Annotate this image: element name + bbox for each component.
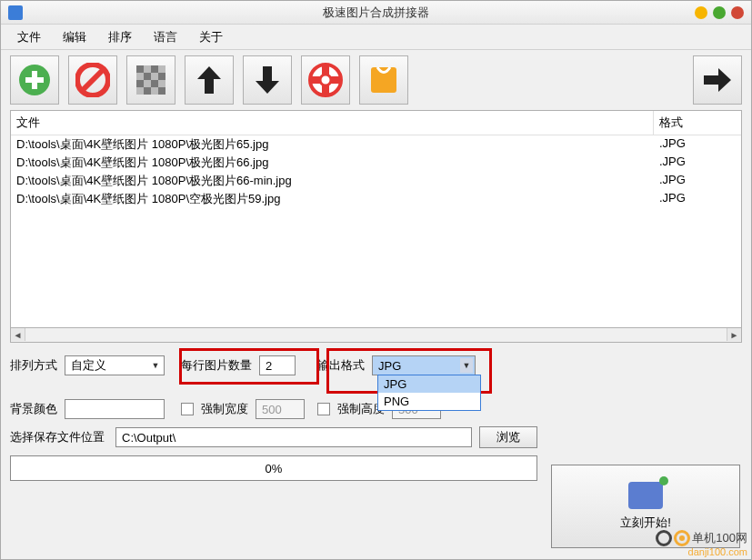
col-file[interactable]: 文件 (11, 111, 654, 135)
titlebar: 极速图片合成拼接器 (1, 1, 751, 25)
file-list[interactable]: 文件 格式 D:\tools\桌面\4K壁纸图片 1080P\极光图片65.jp… (10, 110, 742, 328)
scroll-right-icon[interactable]: ► (727, 328, 741, 341)
window-controls (695, 6, 744, 19)
svg-rect-11 (151, 80, 158, 87)
package-button[interactable] (359, 55, 408, 105)
menu-file[interactable]: 文件 (8, 25, 50, 49)
toolbar (1, 50, 751, 110)
start-button[interactable]: 立刻开始! (551, 465, 740, 548)
cell-path: D:\tools\桌面\4K壁纸图片 1080P\极光图片65.jpg (11, 135, 654, 154)
clear-button[interactable] (68, 55, 117, 105)
svg-rect-10 (136, 80, 144, 87)
option-jpg[interactable]: JPG (378, 375, 480, 393)
table-row[interactable]: D:\tools\桌面\4K壁纸图片 1080P\极光图片66-min.jpg … (11, 172, 741, 190)
move-down-button[interactable] (243, 55, 292, 105)
force-width-label: 强制宽度 (201, 401, 248, 417)
output-location-label: 选择保存文件位置 (10, 429, 105, 445)
output-location-value: C:\Output\ (122, 431, 175, 445)
cell-path: D:\tools\桌面\4K壁纸图片 1080P\极光图片66-min.jpg (11, 172, 654, 190)
menu-edit[interactable]: 编辑 (54, 25, 95, 49)
arrange-value: 自定义 (71, 357, 106, 374)
table-row[interactable]: D:\tools\桌面\4K壁纸图片 1080P\极光图片65.jpg .JPG (11, 135, 741, 154)
menu-about[interactable]: 关于 (190, 25, 232, 49)
chevron-down-icon: ▼ (149, 358, 162, 373)
minimize-button[interactable] (695, 6, 707, 19)
bg-color-picker[interactable] (65, 399, 165, 419)
force-width-checkbox[interactable] (181, 403, 194, 415)
add-button[interactable] (10, 55, 59, 105)
svg-rect-12 (144, 87, 151, 95)
cell-format: .JPG (654, 154, 741, 172)
svg-point-15 (320, 75, 331, 85)
force-width-input[interactable]: 500 (256, 399, 305, 419)
svg-rect-13 (158, 87, 165, 95)
scroll-left-icon[interactable]: ◄ (11, 328, 25, 341)
move-up-button[interactable] (185, 55, 234, 105)
force-height-checkbox[interactable] (317, 403, 330, 415)
highlight-box (179, 348, 319, 385)
browse-label: 浏览 (496, 429, 520, 445)
table-row[interactable]: D:\tools\桌面\4K壁纸图片 1080P\极光图片66.jpg .JPG (11, 154, 741, 172)
browse-button[interactable]: 浏览 (479, 426, 537, 448)
menu-language[interactable]: 语言 (145, 25, 186, 49)
close-button[interactable] (731, 6, 744, 19)
output-location-input[interactable]: C:\Output\ (115, 427, 472, 447)
cell-format: .JPG (654, 190, 741, 208)
output-format-dropdown[interactable]: JPG PNG (377, 375, 481, 411)
svg-rect-9 (158, 73, 165, 80)
bg-color-label: 背景颜色 (10, 401, 57, 417)
svg-rect-2 (25, 77, 44, 83)
menu-sort[interactable]: 排序 (99, 25, 141, 49)
menubar: 文件 编辑 排序 语言 关于 (1, 25, 751, 50)
run-icon (628, 482, 663, 509)
arrange-select[interactable]: 自定义 ▼ (65, 355, 165, 375)
svg-rect-7 (151, 65, 158, 73)
table-row[interactable]: D:\tools\桌面\4K壁纸图片 1080P\空极光图片59.jpg .JP… (11, 190, 741, 208)
horizontal-scrollbar[interactable]: ◄ ► (10, 328, 742, 343)
maximize-button[interactable] (713, 6, 726, 19)
cell-path: D:\tools\桌面\4K壁纸图片 1080P\空极光图片59.jpg (11, 190, 654, 208)
svg-line-4 (83, 70, 103, 90)
progress-text: 0% (266, 462, 283, 475)
window-title: 极速图片合成拼接器 (1, 5, 751, 21)
cell-format: .JPG (654, 172, 741, 190)
option-png[interactable]: PNG (378, 393, 480, 410)
col-format[interactable]: 格式 (654, 111, 741, 135)
start-label: 立刻开始! (620, 515, 671, 531)
app-icon (8, 5, 23, 20)
cell-path: D:\tools\桌面\4K壁纸图片 1080P\极光图片66.jpg (11, 154, 654, 172)
cell-format: .JPG (654, 135, 741, 154)
svg-rect-6 (136, 65, 144, 73)
next-button[interactable] (693, 55, 742, 105)
help-button[interactable] (301, 55, 350, 105)
progress-bar: 0% (10, 455, 537, 481)
svg-rect-8 (144, 73, 151, 80)
force-width-value: 500 (262, 403, 282, 416)
arrange-label: 排列方式 (10, 357, 57, 374)
file-list-header: 文件 格式 (11, 111, 741, 135)
transparency-button[interactable] (126, 55, 175, 105)
